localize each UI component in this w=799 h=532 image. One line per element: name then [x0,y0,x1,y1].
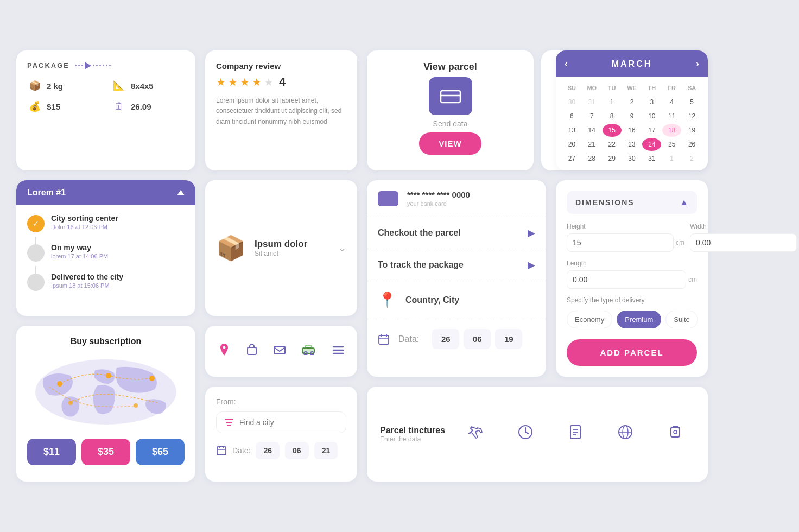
cal-day[interactable]: 12 [682,110,701,123]
checkout-parcel-text: Checkout the parcel [378,228,461,238]
document-icon[interactable] [566,423,585,445]
height-label: Height [567,223,684,230]
premium-option[interactable]: Premium [617,311,661,328]
tinctures-sub: Enter the data [380,435,445,443]
date-year[interactable]: 21 [314,442,338,459]
add-parcel-button[interactable]: ADD PARCEL [567,339,697,366]
cal-day[interactable]: 23 [623,138,642,151]
width-input[interactable] [690,233,797,252]
cal-day[interactable]: 7 [582,110,601,123]
box-icon: 📦 [216,234,246,262]
cal-day[interactable]: 16 [623,124,642,137]
cal-day[interactable]: 4 [662,96,681,109]
weight-value: 2 kg [47,81,63,91]
cal-day[interactable]: 17 [642,124,661,137]
price-11-button[interactable]: $11 [27,439,76,465]
cal-day[interactable]: 6 [562,110,581,123]
scale-icon[interactable] [666,423,684,445]
height-input[interactable] [567,233,674,252]
ipsum-title: Ipsum dolor [255,239,329,250]
cal-days-header: SU MO TU WE TH FR SA [562,83,701,93]
track-icon-inactive-2 [27,274,45,291]
cal-day[interactable]: 31 [582,96,601,109]
cal-day[interactable]: 19 [682,124,701,137]
chevron-down-icon[interactable]: ⌄ [338,242,346,254]
height-unit: cm [676,239,684,246]
find-city-input[interactable] [239,418,338,427]
tracking-item-3: Delivered to the city Ipsum 18 at 15:06 … [27,273,185,291]
number-value: 26.09 [131,102,151,111]
cal-day-today[interactable]: 15 [603,124,622,137]
find-city-input-wrapper [216,411,346,433]
ipsum-text: Ipsum dolor Sit amet [255,239,329,257]
cal-next-button[interactable]: › [696,58,699,69]
track-package-item[interactable]: To track the package ▶ [367,249,546,281]
cal-day[interactable]: 29 [603,152,622,165]
cal-day[interactable]: 2 [682,152,701,165]
length-input[interactable] [567,270,686,289]
star-2: ★ [228,75,238,88]
cal-day[interactable]: 27 [562,152,581,165]
cal-day[interactable]: 21 [582,138,601,151]
calendar-card: ‹ MARCH › SU MO TU WE TH FR SA 30 31 1 2… [556,50,708,170]
plane-icon[interactable] [466,423,485,445]
globe-icon[interactable] [616,423,635,445]
cal-day-today2[interactable]: 24 [642,138,661,151]
cal-day[interactable]: 30 [562,96,581,109]
star-4: ★ [252,75,262,88]
economy-option[interactable]: Economy [567,311,612,328]
ipsum-card[interactable]: 📦 Ipsum dolor Sit amet ⌄ [205,180,357,316]
cal-day[interactable]: 20 [562,138,581,151]
cal-day-highlighted[interactable]: 18 [662,124,681,137]
date-calendar-icon [216,445,227,456]
cal-day[interactable]: 26 [682,138,701,151]
price-icon: 💰 [27,99,42,114]
date-day[interactable]: 26 [256,442,280,459]
cal-day[interactable]: 14 [582,124,601,137]
checkout-parcel-item[interactable]: Checkout the parcel ▶ [367,217,546,249]
cal-day[interactable]: 3 [642,96,661,109]
clock-icon[interactable] [516,423,535,445]
suite-option[interactable]: Suite [665,311,698,328]
cal-day[interactable]: 9 [623,110,642,123]
package-title: PACKAGE [27,61,69,69]
cal-day[interactable]: 31 [642,152,661,165]
nav-menu-icon[interactable] [332,344,344,358]
cal-day[interactable]: 8 [603,110,622,123]
cal-day[interactable]: 22 [603,138,622,151]
nav-car-icon[interactable] [301,344,316,358]
chevron-up-icon[interactable] [177,190,185,195]
cal-day[interactable]: 1 [662,152,681,165]
date-month[interactable]: 06 [285,442,309,459]
svg-point-37 [68,401,73,405]
cal-prev-button[interactable]: ‹ [565,58,568,69]
price-65-button[interactable]: $65 [136,439,185,465]
dims-title: DIMENSIONS [575,198,635,207]
cal-day[interactable]: 5 [682,96,701,109]
cal-day[interactable]: 11 [662,110,681,123]
view-button[interactable]: VIEW [419,132,481,155]
cal-day[interactable]: 10 [642,110,661,123]
dims-header: DIMENSIONS ▲ [567,191,697,214]
specify-delivery-text: Specify the type of delivery [567,296,697,304]
nav-bag-icon[interactable] [246,343,258,359]
svg-rect-9 [248,347,256,354]
checkout-card: **** **** **** 0000 your bank card Check… [367,180,546,377]
date-row: Date: 26 06 21 [216,442,346,459]
cal-day[interactable]: 25 [662,138,681,151]
cal-day[interactable]: 28 [582,152,601,165]
cal-day[interactable]: 13 [562,124,581,137]
cal-day[interactable]: 2 [623,96,642,109]
svg-rect-31 [671,427,680,437]
nav-mail-icon[interactable] [273,344,286,358]
nav-location-icon[interactable] [218,343,230,360]
dims-chevron-icon[interactable]: ▲ [680,198,688,207]
track-icon-active: ✓ [27,215,45,232]
svg-rect-17 [217,447,226,455]
price-35-button[interactable]: $35 [81,439,130,465]
card-number: **** **** **** 0000 [407,190,470,199]
svg-point-32 [674,430,677,434]
cal-day[interactable]: 30 [623,152,642,165]
track-package-text: To track the package [378,260,464,270]
cal-day[interactable]: 1 [603,96,622,109]
